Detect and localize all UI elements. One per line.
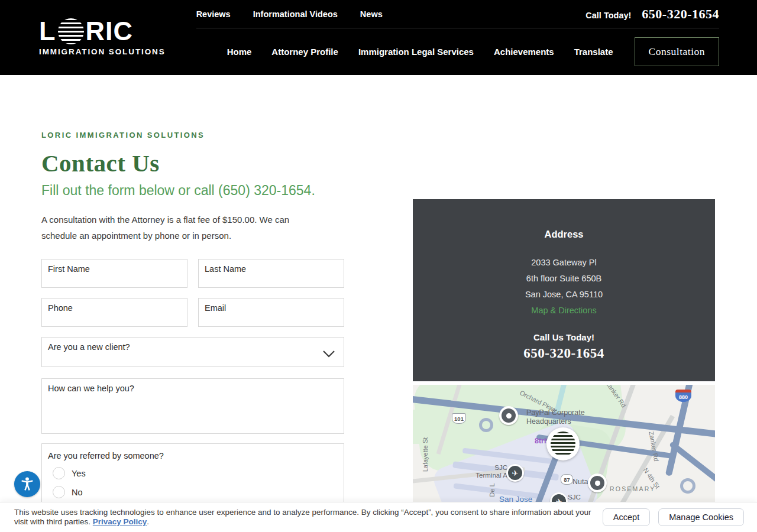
- route-shield-87: 87: [561, 474, 573, 485]
- referred-no-label: No: [72, 488, 83, 497]
- nav-item-achievements[interactable]: Achievements: [494, 47, 554, 57]
- help-field[interactable]: How can we help you?: [41, 378, 344, 434]
- map-runway: [462, 448, 557, 465]
- site-logo[interactable]: LRIC IMMIGRATION SOLUTIONS: [39, 18, 166, 75]
- manage-cookies-button[interactable]: Manage Cookies: [658, 508, 744, 526]
- logo-wordmark: LRIC: [39, 18, 166, 44]
- last-name-label: Last Name: [205, 264, 338, 274]
- page-subtitle: Fill out the form below or call (650) 32…: [41, 183, 344, 199]
- first-name-input[interactable]: [48, 275, 181, 285]
- airport-terminal-a-icon[interactable]: ✈: [506, 464, 524, 482]
- main-nav: Home Attorney Profile Immigration Legal …: [227, 47, 613, 57]
- office-marker-icon: [590, 476, 604, 490]
- form-row-contact: Phone Email: [41, 298, 344, 327]
- map-interchange-loop: [479, 418, 493, 432]
- site-header: LRIC IMMIGRATION SOLUTIONS Reviews Infor…: [0, 0, 757, 75]
- new-client-dropdown[interactable]: Are you a new client?: [41, 337, 344, 367]
- accept-button[interactable]: Accept: [603, 508, 650, 526]
- contact-form: First Name Last Name Phone Email: [41, 259, 344, 511]
- radio-icon-no[interactable]: [53, 486, 65, 498]
- map-label-de-l: De L: [489, 483, 496, 497]
- form-row-name: First Name Last Name: [41, 259, 344, 288]
- location-map[interactable]: Orchard Pkwy Zanker Rd Zanker Rd N 4th S…: [413, 385, 715, 503]
- map-marker-nutanix[interactable]: [588, 473, 607, 492]
- chevron-down-icon: [322, 349, 335, 360]
- address-line-2: 6th floor Suite 650B: [413, 271, 715, 287]
- logo-text-l: L: [39, 18, 56, 44]
- map-label-sjc-terminal-b: SJC Terminal B: [568, 494, 604, 503]
- address-line-1: 2033 Gateway Pl: [413, 255, 715, 271]
- cookie-banner: This website uses tracking technologies …: [0, 502, 757, 532]
- logo-tagline: IMMIGRATION SOLUTIONS: [39, 47, 166, 56]
- map-label-sjc-terminal-a: SJC Terminal A: [471, 464, 507, 479]
- route-shield-880: 880: [675, 390, 691, 402]
- header-right: Reviews Informational Videos News Call T…: [196, 0, 719, 75]
- card-phone-link[interactable]: 650-320-1654: [413, 346, 715, 361]
- first-name-label: First Name: [48, 264, 181, 274]
- header-phone-link[interactable]: 650-320-1654: [642, 7, 719, 22]
- address-card: Address 2033 Gateway Pl 6th floor Suite …: [413, 199, 715, 381]
- last-name-input[interactable]: [205, 275, 338, 285]
- nav-item-immigration-legal-services[interactable]: Immigration Legal Services: [358, 47, 474, 57]
- referred-yes-option[interactable]: Yes: [53, 467, 338, 479]
- logo-text-ric: RIC: [86, 18, 134, 44]
- header-main-row: Home Attorney Profile Immigration Legal …: [196, 28, 719, 75]
- referred-fieldset: Are you referred by someone? Yes No: [41, 443, 344, 511]
- map-label-rosemary: ROSEMARY: [610, 485, 656, 492]
- address-heading: Address: [413, 229, 715, 240]
- loric-globe-icon: [551, 432, 575, 456]
- call-us-label: Call Us Today!: [413, 332, 715, 342]
- nav-item-news[interactable]: News: [360, 9, 383, 19]
- help-textarea[interactable]: [48, 395, 338, 427]
- nav-item-reviews[interactable]: Reviews: [196, 9, 231, 19]
- map-marker-paypal[interactable]: [499, 406, 518, 425]
- globe-icon: [58, 18, 84, 44]
- office-marker-icon: [502, 408, 516, 423]
- nav-item-attorney-profile[interactable]: Attorney Profile: [271, 47, 338, 57]
- referred-yes-label: Yes: [72, 469, 86, 478]
- consultation-button[interactable]: Consultation: [635, 37, 719, 66]
- last-name-field[interactable]: Last Name: [198, 259, 344, 288]
- page-title: Contact Us: [41, 149, 344, 177]
- cookie-buttons: Accept Manage Cookies: [603, 508, 744, 526]
- nav-item-informational-videos[interactable]: Informational Videos: [253, 9, 338, 19]
- phone-label: Phone: [48, 303, 181, 313]
- nav-item-translate[interactable]: Translate: [574, 47, 613, 57]
- contact-section: LORIC IMMIGRATION SOLUTIONS Contact Us F…: [41, 131, 344, 511]
- header-top-row: Reviews Informational Videos News Call T…: [196, 0, 719, 28]
- page: LRIC IMMIGRATION SOLUTIONS Reviews Infor…: [0, 0, 757, 532]
- map-label-lafayette-st: Lafayette St: [422, 437, 429, 472]
- email-label: Email: [205, 303, 338, 313]
- call-today-label: Call Today!: [585, 11, 631, 20]
- radio-icon-yes[interactable]: [53, 467, 65, 479]
- new-client-label: Are you a new client?: [48, 342, 338, 352]
- first-name-field[interactable]: First Name: [41, 259, 187, 288]
- referred-label: Are you referred by someone?: [48, 451, 338, 460]
- route-shield-101: 101: [452, 413, 466, 424]
- intro-paragraph: A consultation with the Attorney is a fl…: [41, 212, 326, 244]
- address-line-3: San Jose, CA 95110: [413, 287, 715, 303]
- top-nav: Reviews Informational Videos News: [196, 9, 383, 19]
- accessibility-person-icon: [19, 476, 35, 492]
- call-today-block: Call Today! 650-320-1654: [585, 7, 719, 22]
- email-field[interactable]: Email: [198, 298, 344, 327]
- privacy-policy-link[interactable]: Privacy Policy: [93, 517, 147, 526]
- map-label-san-jose: San Jose: [499, 495, 532, 503]
- help-label: How can we help you?: [48, 384, 338, 393]
- phone-input[interactable]: [48, 314, 181, 324]
- nav-item-home[interactable]: Home: [227, 47, 252, 57]
- map-label-paypal-hq: PayPal Corporate Headquarters: [526, 408, 601, 426]
- map-interchange-loop: [680, 478, 695, 494]
- eyebrow-text: LORIC IMMIGRATION SOLUTIONS: [41, 131, 344, 140]
- email-input[interactable]: [205, 314, 338, 324]
- referred-no-option[interactable]: No: [53, 486, 338, 498]
- map-directions-link[interactable]: Map & Directions: [531, 303, 596, 319]
- cookie-text-period: .: [147, 517, 149, 526]
- map-marker-loric-office[interactable]: [546, 427, 580, 460]
- accessibility-widget-button[interactable]: [14, 471, 40, 497]
- phone-field[interactable]: Phone: [41, 298, 187, 327]
- cookie-banner-text: This website uses tracking technologies …: [14, 508, 603, 527]
